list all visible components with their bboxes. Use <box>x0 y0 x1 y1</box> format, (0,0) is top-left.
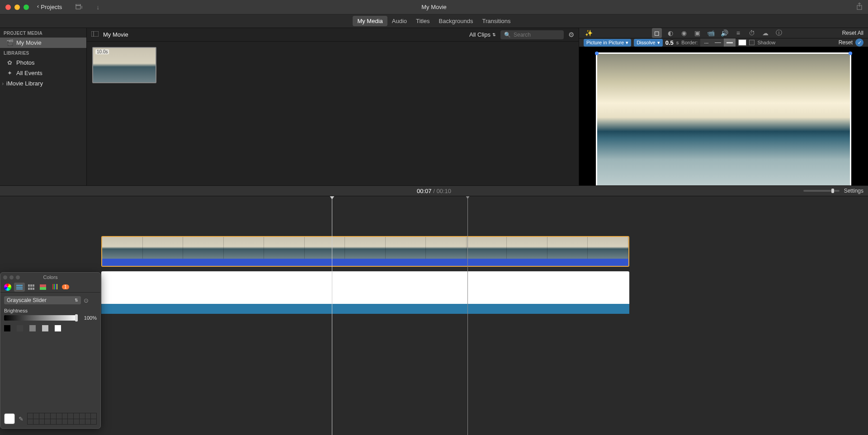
brightness-value[interactable]: 100% <box>81 315 97 321</box>
timeline-zoom-slider[interactable] <box>803 190 840 192</box>
color-sliders-tab[interactable] <box>14 283 25 292</box>
colors-panel[interactable]: Colors 1 Grayscale Slider ⇅ ⊙ Brightness… <box>0 272 101 429</box>
tab-titles[interactable]: Titles <box>411 16 434 26</box>
background-audio-track[interactable] <box>101 304 629 314</box>
color-wheel-tab[interactable] <box>2 283 13 292</box>
sidebar-header-project-media: PROJECT MEDIA <box>0 28 86 38</box>
zoom-window-button[interactable] <box>24 5 29 10</box>
window-controls <box>5 5 29 10</box>
timeline-settings-group: Settings <box>803 188 863 194</box>
sidebar-item-imovie-library[interactable]: iMovie Library <box>0 78 86 89</box>
eyedropper-button[interactable]: ✎ <box>19 416 24 422</box>
close-window-button[interactable] <box>5 5 11 10</box>
resize-handle-tr[interactable] <box>849 52 852 55</box>
grey-swatch-4[interactable] <box>55 325 61 331</box>
info-button[interactable]: ⓘ <box>774 28 784 38</box>
tab-my-media[interactable]: My Media <box>353 16 387 26</box>
svg-rect-7 <box>16 288 23 289</box>
eyedropper-options-button[interactable]: ⊙ <box>84 297 89 304</box>
transition-mode-dropdown[interactable]: Dissolve▾ <box>634 39 663 47</box>
reset-button[interactable]: Reset <box>839 39 853 46</box>
import-media-button[interactable] <box>75 4 83 10</box>
colors-minimize-button[interactable] <box>9 275 14 279</box>
speed-button[interactable]: ⏱ <box>747 28 757 38</box>
brightness-label: Brightness <box>4 308 97 313</box>
timeline-header: 00:07 / 00:10 Settings <box>0 185 868 196</box>
shadow-label: Shadow <box>757 40 775 45</box>
clip-audio-track[interactable] <box>102 259 628 266</box>
overlay-mode-dropdown[interactable]: Picture in Picture▾ <box>584 39 631 47</box>
enhance-wand-button[interactable]: ✨ <box>584 28 594 38</box>
toggle-sidebar-button[interactable] <box>91 31 99 38</box>
colors-panel-titlebar[interactable]: Colors <box>0 273 100 282</box>
playhead[interactable] <box>332 196 332 435</box>
download-icon[interactable]: ↓ <box>96 4 99 11</box>
back-to-projects-button[interactable]: › Projects <box>37 4 62 10</box>
clips-filter-dropdown[interactable]: All Clips ⇅ <box>469 31 496 38</box>
settings-gear-button[interactable]: ⚙ <box>568 31 574 39</box>
tab-transitions[interactable]: Transitions <box>477 16 515 26</box>
border-width-segmented[interactable]: --- <box>700 38 736 47</box>
chevron-left-icon: › <box>37 4 39 10</box>
svg-rect-16 <box>52 284 53 289</box>
viewer-inspector-row: Picture in Picture▾ Dissolve▾ 0.5 s Bord… <box>579 38 868 47</box>
timeline[interactable] <box>0 196 868 435</box>
color-balance-button[interactable]: ◐ <box>665 28 675 38</box>
grey-swatch-1[interactable] <box>17 325 23 331</box>
secondary-playhead[interactable] <box>467 196 468 435</box>
image-palettes-tab[interactable] <box>38 283 48 292</box>
colors-panel-title: Colors <box>43 274 58 280</box>
search-input[interactable] <box>514 32 560 38</box>
brightness-slider[interactable] <box>4 315 78 321</box>
video-overlay-inspector-button[interactable]: ◻ <box>652 28 662 38</box>
crop-button[interactable]: ▣ <box>693 28 703 38</box>
noise-reduction-button[interactable]: ≡ <box>733 28 743 38</box>
color-correction-button[interactable]: ◉ <box>679 28 689 38</box>
apply-check-button[interactable]: ✓ <box>855 38 863 47</box>
border-color-swatch[interactable] <box>738 39 746 46</box>
grey-swatch-2[interactable] <box>29 325 36 331</box>
reset-all-button[interactable]: Reset All <box>842 30 863 36</box>
resize-handle-tl[interactable] <box>595 52 599 55</box>
tab-audio[interactable]: Audio <box>387 16 411 26</box>
share-button[interactable] <box>856 3 863 12</box>
svg-rect-8 <box>28 284 30 287</box>
sidebar-item-my-movie[interactable]: 🎬 My Movie <box>0 38 86 48</box>
timeline-settings-button[interactable]: Settings <box>844 188 863 194</box>
current-color-well[interactable] <box>4 413 15 424</box>
updown-icon: ⇅ <box>75 298 78 303</box>
custom-swatch-grid[interactable] <box>27 413 97 425</box>
brightness-slider-thumb[interactable] <box>75 314 78 322</box>
preview-frame[interactable] <box>594 51 853 198</box>
slider-type-dropdown[interactable]: Grayscale Slider ⇅ <box>4 296 81 304</box>
colors-zoom-button[interactable] <box>16 275 20 279</box>
border-none-option[interactable]: --- <box>700 38 712 47</box>
svg-rect-13 <box>33 288 34 290</box>
overlay-video-clip[interactable] <box>101 236 629 267</box>
minimize-window-button[interactable] <box>14 5 20 10</box>
pencils-tab[interactable] <box>49 283 60 292</box>
border-thin-option[interactable] <box>712 38 724 47</box>
colors-picker-tabs: 1 <box>0 282 100 293</box>
star-icon: ✦ <box>6 70 13 76</box>
color-palettes-tab[interactable] <box>26 283 37 292</box>
volume-button[interactable]: 🔊 <box>720 28 730 38</box>
library-tabs: My Media Audio Titles Backgrounds Transi… <box>0 14 868 28</box>
sidebar-item-photos[interactable]: ✿ Photos <box>0 57 86 68</box>
search-box[interactable]: 🔍 <box>500 30 564 39</box>
grey-swatch-0[interactable] <box>4 325 10 331</box>
browser-header: My Movie All Clips ⇅ 🔍 ⚙ <box>87 28 579 42</box>
zoom-slider-thumb[interactable] <box>831 189 834 193</box>
shadow-checkbox[interactable] <box>749 40 755 45</box>
tab-backgrounds[interactable]: Backgrounds <box>434 16 478 26</box>
media-clip-thumbnail[interactable]: 10.0s <box>92 47 156 83</box>
grey-swatch-3[interactable] <box>42 325 48 331</box>
sidebar-item-label: Photos <box>16 59 34 66</box>
colors-close-button[interactable] <box>3 275 7 279</box>
sidebar-item-all-events[interactable]: ✦ All Events <box>0 68 86 78</box>
clip-filter-button[interactable]: ☁ <box>760 28 770 38</box>
transition-duration-value[interactable]: 0.5 <box>665 39 674 46</box>
primary-storyline-clip[interactable] <box>101 271 629 316</box>
stabilization-button[interactable]: 📹 <box>706 28 716 38</box>
border-thick-option[interactable] <box>724 38 736 47</box>
